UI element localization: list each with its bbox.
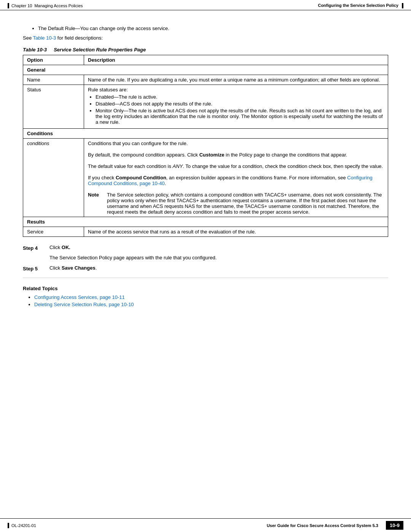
table-row-service: Service Name of the access service that … xyxy=(23,227,388,237)
status-bullets: Enabled—The rule is active. Disabled—ACS… xyxy=(96,94,384,125)
conditions-line-2: By default, the compound condition appea… xyxy=(88,152,384,158)
related-topics: Related Topics Configuring Access Servic… xyxy=(23,286,388,307)
conditions-line-4: If you check Compound Condition, an expr… xyxy=(88,175,384,186)
status-bullet-disabled: Disabled—ACS does not apply the results … xyxy=(96,101,384,107)
section-results: Results xyxy=(23,217,388,227)
header-right-bar xyxy=(402,3,403,8)
see-table-line: See Table 10-3 for field descriptions: xyxy=(23,35,388,41)
related-link-2-anchor[interactable]: Deleting Service Selection Rules, page 1… xyxy=(34,302,134,307)
table-title: Service Selection Rule Properties Page xyxy=(54,47,146,53)
footer-guide-title: User Guide for Cisco Secure Access Contr… xyxy=(267,523,378,528)
desc-service: Name of the access service that runs as … xyxy=(84,227,388,237)
status-bullet-monitor: Monitor Only—The rule is active but ACS … xyxy=(96,108,384,125)
table-number: Table 10-3 xyxy=(23,47,47,53)
footer-center: User Guide for Cisco Secure Access Contr… xyxy=(36,523,386,528)
conditions-line-3: The default value for each condition is … xyxy=(88,163,384,169)
intro-bullets: The Default Rule—You can change only the… xyxy=(38,26,388,31)
section-conditions-label: Conditions xyxy=(23,129,388,139)
header-left: Chapter 10 Managing Access Policies xyxy=(8,3,83,8)
option-status: Status xyxy=(23,85,84,129)
desc-name: Name of the rule. If you are duplicating… xyxy=(84,75,388,85)
header-right-text: Configuring the Service Selection Policy xyxy=(318,3,398,8)
section-results-label: Results xyxy=(23,217,388,227)
step-4-row: Step 4 Click OK. xyxy=(23,244,388,251)
related-topics-title: Related Topics xyxy=(23,286,388,291)
step-5-content: Click Save Changes. xyxy=(49,265,388,271)
steps-section: Step 4 Click OK. The Service Selection P… xyxy=(23,244,388,272)
table-link[interactable]: Table 10-3 xyxy=(33,35,56,41)
footer-left: OL-24201-01 xyxy=(8,523,36,528)
intro-bullet-1: The Default Rule—You can change only the… xyxy=(38,26,388,31)
footer-doc-id: OL-24201-01 xyxy=(11,523,36,528)
page-header: Chapter 10 Managing Access Policies Conf… xyxy=(0,0,411,10)
note-label: Note xyxy=(88,192,103,215)
table-caption: Table 10-3 Service Selection Rule Proper… xyxy=(23,47,388,53)
col-header-option: Option xyxy=(23,55,84,65)
table-row-name: Name Name of the rule. If you are duplic… xyxy=(23,75,388,85)
header-right: Configuring the Service Selection Policy xyxy=(318,3,403,8)
note-text: The Service selection policy, which cont… xyxy=(107,192,384,215)
divider xyxy=(23,278,388,278)
desc-conditions: Conditions that you can configure for th… xyxy=(84,139,388,217)
step-4-content: Click OK. xyxy=(49,244,388,250)
footer-page-number: 10-9 xyxy=(386,521,403,530)
footer-right: 10-9 xyxy=(386,521,403,530)
step-4-label: Step 4 xyxy=(23,244,49,251)
footer-bar xyxy=(8,523,9,528)
section-general-label: General xyxy=(23,65,388,75)
main-content: The Default Rule—You can change only the… xyxy=(0,10,411,330)
step-5-label: Step 5 xyxy=(23,265,49,272)
chapter-title: Managing Access Policies xyxy=(34,3,83,8)
related-topics-list: Configuring Access Services, page 10-11 … xyxy=(34,294,388,307)
option-conditions: conditions xyxy=(23,139,84,217)
table-row-conditions: conditions Conditions that you can confi… xyxy=(23,139,388,217)
step-4-desc: The Service Selection Policy page appear… xyxy=(49,255,388,260)
table-row-status: Status Rule statuses are: Enabled—The ru… xyxy=(23,85,388,129)
page-footer: OL-24201-01 User Guide for Cisco Secure … xyxy=(0,518,411,532)
option-service: Service xyxy=(23,227,84,237)
related-link-1-anchor[interactable]: Configuring Access Services, page 10-11 xyxy=(34,294,125,300)
section-conditions: Conditions xyxy=(23,129,388,139)
note-box: Note The Service selection policy, which… xyxy=(88,192,384,215)
status-bullet-enabled: Enabled—The rule is active. xyxy=(96,94,384,100)
chapter-label: Chapter 10 xyxy=(11,3,32,8)
status-intro: Rule statuses are: xyxy=(88,87,128,93)
related-link-2: Deleting Service Selection Rules, page 1… xyxy=(34,302,388,307)
desc-status: Rule statuses are: Enabled—The rule is a… xyxy=(84,85,388,129)
conditions-line-1: Conditions that you can configure for th… xyxy=(88,141,384,146)
option-name: Name xyxy=(23,75,84,85)
related-link-1: Configuring Access Services, page 10-11 xyxy=(34,294,388,300)
header-left-bar xyxy=(8,3,9,8)
properties-table: Option Description General Name Name of … xyxy=(23,55,388,237)
section-general: General xyxy=(23,65,388,75)
step-5-row: Step 5 Click Save Changes. xyxy=(23,265,388,272)
col-header-description: Description xyxy=(84,55,388,65)
